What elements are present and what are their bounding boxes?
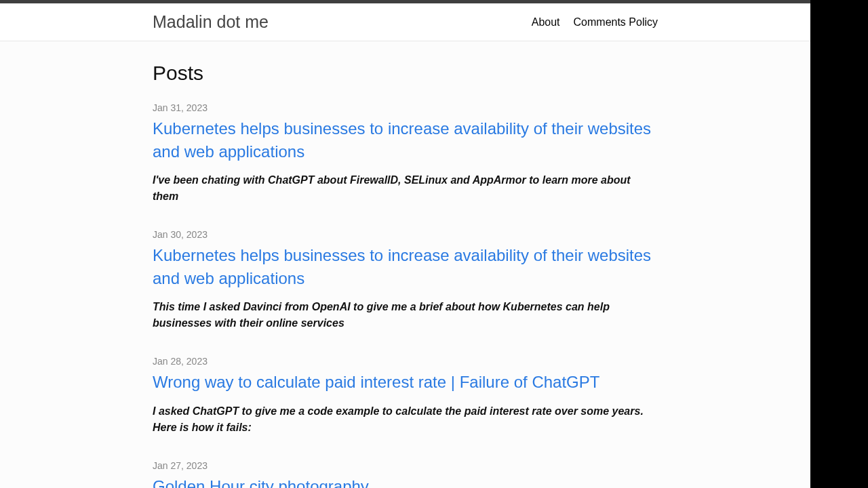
post-title-link[interactable]: Kubernetes helps businesses to increase …	[153, 119, 651, 161]
post-date: Jan 30, 2023	[153, 229, 658, 240]
site-header: Madalin dot me About Comments Policy	[0, 3, 810, 41]
site-nav: About Comments Policy	[532, 16, 658, 28]
nav-link-about[interactable]: About	[532, 16, 560, 28]
post-item: Jan 30, 2023 Kubernetes helps businesses…	[153, 229, 658, 331]
post-item: Jan 28, 2023 Wrong way to calculate paid…	[153, 356, 658, 436]
post-excerpt: I've been chating with ChatGPT about Fir…	[153, 172, 654, 205]
post-date: Jan 27, 2023	[153, 460, 658, 471]
post-title: Wrong way to calculate paid interest rat…	[153, 371, 658, 394]
post-title: Kubernetes helps businesses to increase …	[153, 117, 658, 163]
post-title-link[interactable]: Wrong way to calculate paid interest rat…	[153, 373, 599, 391]
post-item: Jan 31, 2023 Kubernetes helps businesses…	[153, 102, 658, 205]
post-title: Kubernetes helps businesses to increase …	[153, 244, 658, 289]
post-excerpt: This time I asked Davinci from OpenAI to…	[153, 299, 654, 331]
post-date: Jan 31, 2023	[153, 102, 658, 113]
post-date: Jan 28, 2023	[153, 356, 658, 367]
main-content: Posts Jan 31, 2023 Kubernetes helps busi…	[0, 41, 810, 488]
site-title[interactable]: Madalin dot me	[153, 12, 532, 32]
page-title: Posts	[153, 62, 658, 85]
post-title: Golden Hour city photography	[153, 475, 658, 488]
post-title-link[interactable]: Golden Hour city photography	[153, 477, 369, 488]
post-item: Jan 27, 2023 Golden Hour city photograph…	[153, 460, 658, 488]
page-container: Madalin dot me About Comments Policy Pos…	[0, 0, 810, 488]
post-excerpt: I asked ChatGPT to give me a code exampl…	[153, 403, 654, 436]
post-title-link[interactable]: Kubernetes helps businesses to increase …	[153, 246, 651, 287]
nav-link-comments-policy[interactable]: Comments Policy	[574, 16, 658, 28]
